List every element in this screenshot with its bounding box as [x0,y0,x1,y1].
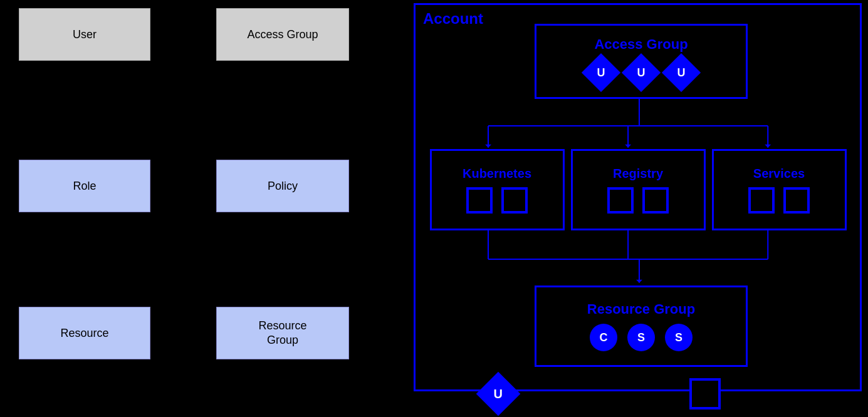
resource-group-title: Resource Group [587,301,695,317]
access-group-box: Access Group U U U [535,24,748,99]
kubernetes-title: Kubernetes [463,167,531,181]
services-sq-1 [748,187,775,214]
svg-marker-14 [636,280,642,283]
account-label: Account [423,10,483,28]
resource-box: Resource [19,307,150,359]
svg-marker-8 [765,145,771,148]
middle-row: Kubernetes Registry Services [422,149,854,230]
registry-sq-2 [642,187,669,214]
right-panel: Account Access Group U U U [414,3,862,391]
legend-user: U [483,378,514,409]
resource-group-box: Resource Group C S S [535,286,748,367]
services-squares [748,187,810,214]
access-group-title: Access Group [594,36,688,53]
legend-square [689,378,721,409]
registry-title: Registry [613,167,663,181]
registry-sq-1 [607,187,634,214]
services-sq-2 [783,187,810,214]
user-label: User [73,28,97,41]
user-icon-3: U [662,53,701,92]
resource-icon-s1: S [627,324,655,351]
user-icon-2: U [622,53,661,92]
legend-user-icon: U [476,372,521,416]
user-box: User [19,8,150,61]
user-icon-1: U [582,53,620,92]
left-panel: User Access Group Role Policy Resource R… [0,0,376,417]
services-title: Services [753,167,805,181]
legend-square-container [689,378,721,409]
role-label: Role [73,180,96,193]
resource-icon-c: C [590,324,617,351]
kubernetes-sq-1 [466,187,493,214]
access-group-left-box: Access Group [216,8,349,61]
resource-icons-row: C S S [590,324,693,351]
kubernetes-squares [466,187,528,214]
user-icons-row: U U U [587,59,695,86]
kubernetes-box: Kubernetes [430,149,565,230]
policy-label: Policy [268,180,298,193]
svg-marker-4 [485,145,491,148]
registry-box: Registry [571,149,706,230]
resource-icon-s2: S [665,324,693,351]
resource-group-left-label: ResourceGroup [258,319,306,348]
role-box: Role [19,160,150,212]
services-box: Services [712,149,847,230]
svg-marker-6 [625,145,631,148]
registry-squares [607,187,669,214]
access-group-left-label: Access Group [247,28,318,41]
resource-group-left-box: ResourceGroup [216,307,349,359]
kubernetes-sq-2 [501,187,528,214]
policy-box: Policy [216,160,349,212]
resource-label: Resource [60,327,108,340]
